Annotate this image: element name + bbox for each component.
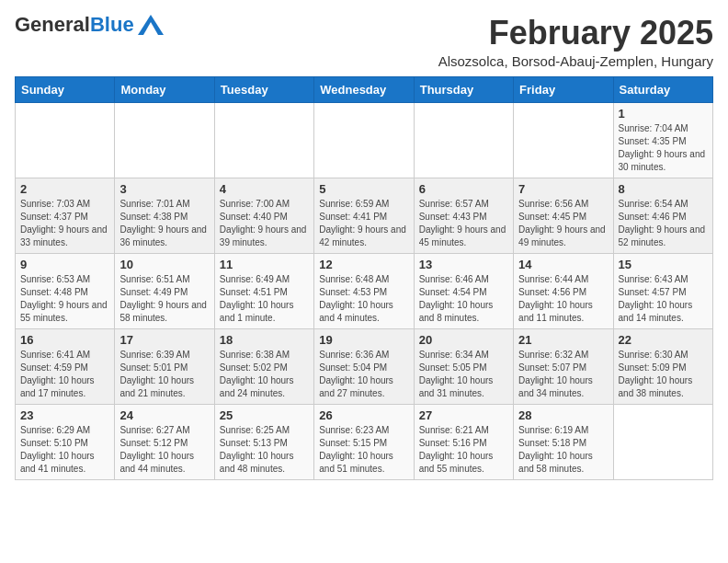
day-info: Sunrise: 6:56 AM Sunset: 4:45 PM Dayligh… [518,198,608,249]
day-info: Sunrise: 6:46 AM Sunset: 4:54 PM Dayligh… [419,273,508,325]
day-number: 13 [419,258,508,271]
day-number: 14 [518,258,608,271]
day-info: Sunrise: 6:59 AM Sunset: 4:41 PM Dayligh… [319,198,408,249]
calendar-cell: 13Sunrise: 6:46 AM Sunset: 4:54 PM Dayli… [414,253,513,328]
calendar-cell: 23Sunrise: 6:29 AM Sunset: 5:10 PM Dayli… [16,404,115,479]
calendar-cell: 8Sunrise: 6:54 AM Sunset: 4:46 PM Daylig… [613,178,712,253]
day-number: 1 [619,107,708,121]
day-number: 27 [419,408,508,422]
calendar-cell: 9Sunrise: 6:53 AM Sunset: 4:48 PM Daylig… [16,253,115,328]
title-block: February 2025 Alsozsolca, Borsod-Abauj-Z… [438,15,713,69]
day-info: Sunrise: 7:00 AM Sunset: 4:40 PM Dayligh… [220,198,309,249]
calendar-cell: 14Sunrise: 6:44 AM Sunset: 4:56 PM Dayli… [514,253,613,328]
day-number: 7 [518,182,608,196]
day-info: Sunrise: 7:01 AM Sunset: 4:38 PM Dayligh… [119,198,209,249]
logo-icon [138,15,164,35]
weekday-header-wednesday: Wednesday [314,76,414,102]
calendar-cell: 1Sunrise: 7:04 AM Sunset: 4:35 PM Daylig… [613,102,712,178]
weekday-header-saturday: Saturday [613,76,712,102]
calendar-cell [115,102,214,178]
calendar-cell: 16Sunrise: 6:41 AM Sunset: 4:59 PM Dayli… [16,328,115,404]
day-info: Sunrise: 6:25 AM Sunset: 5:13 PM Dayligh… [220,424,309,476]
calendar-cell: 24Sunrise: 6:27 AM Sunset: 5:12 PM Dayli… [115,404,214,479]
day-info: Sunrise: 6:41 AM Sunset: 4:59 PM Dayligh… [20,349,109,400]
weekday-header-friday: Friday [514,76,613,102]
day-number: 22 [619,333,708,347]
weekday-header-thursday: Thursday [414,76,513,102]
day-info: Sunrise: 6:19 AM Sunset: 5:18 PM Dayligh… [518,424,608,476]
day-number: 25 [220,408,309,422]
calendar-cell [613,404,712,479]
calendar-cell: 21Sunrise: 6:32 AM Sunset: 5:07 PM Dayli… [514,328,613,404]
calendar-cell [214,102,313,178]
calendar-week-1: 1Sunrise: 7:04 AM Sunset: 4:35 PM Daylig… [16,102,713,178]
weekday-header-monday: Monday [115,76,214,102]
calendar-cell [16,102,115,178]
calendar-week-5: 23Sunrise: 6:29 AM Sunset: 5:10 PM Dayli… [16,404,713,479]
calendar-cell: 3Sunrise: 7:01 AM Sunset: 4:38 PM Daylig… [115,178,214,253]
calendar-cell: 4Sunrise: 7:00 AM Sunset: 4:40 PM Daylig… [214,178,313,253]
calendar-week-3: 9Sunrise: 6:53 AM Sunset: 4:48 PM Daylig… [16,253,713,328]
calendar-cell: 17Sunrise: 6:39 AM Sunset: 5:01 PM Dayli… [115,328,214,404]
day-info: Sunrise: 6:49 AM Sunset: 4:51 PM Dayligh… [220,273,309,325]
logo: GeneralBlue [15,15,164,35]
calendar-week-4: 16Sunrise: 6:41 AM Sunset: 4:59 PM Dayli… [16,328,713,404]
day-info: Sunrise: 6:43 AM Sunset: 4:57 PM Dayligh… [619,273,708,325]
day-info: Sunrise: 6:32 AM Sunset: 5:07 PM Dayligh… [518,349,608,400]
day-info: Sunrise: 6:54 AM Sunset: 4:46 PM Dayligh… [619,198,708,249]
calendar-cell: 7Sunrise: 6:56 AM Sunset: 4:45 PM Daylig… [514,178,613,253]
calendar-cell: 25Sunrise: 6:25 AM Sunset: 5:13 PM Dayli… [214,404,313,479]
day-number: 26 [319,408,408,422]
day-number: 17 [119,333,209,347]
day-info: Sunrise: 6:34 AM Sunset: 5:05 PM Dayligh… [419,349,508,400]
month-year-title: February 2025 [438,15,713,52]
calendar-cell [314,102,414,178]
calendar-cell: 2Sunrise: 7:03 AM Sunset: 4:37 PM Daylig… [16,178,115,253]
calendar-cell: 26Sunrise: 6:23 AM Sunset: 5:15 PM Dayli… [314,404,414,479]
page-header: GeneralBlue February 2025 Alsozsolca, Bo… [15,15,713,69]
day-info: Sunrise: 6:29 AM Sunset: 5:10 PM Dayligh… [20,424,109,476]
weekday-header-row: SundayMondayTuesdayWednesdayThursdayFrid… [16,76,713,102]
day-info: Sunrise: 7:03 AM Sunset: 4:37 PM Dayligh… [20,198,109,249]
calendar-cell: 20Sunrise: 6:34 AM Sunset: 5:05 PM Dayli… [414,328,513,404]
day-number: 18 [220,333,309,347]
calendar-cell: 5Sunrise: 6:59 AM Sunset: 4:41 PM Daylig… [314,178,414,253]
day-number: 6 [419,182,508,196]
calendar-cell: 12Sunrise: 6:48 AM Sunset: 4:53 PM Dayli… [314,253,414,328]
day-info: Sunrise: 6:48 AM Sunset: 4:53 PM Dayligh… [319,273,408,325]
day-info: Sunrise: 6:36 AM Sunset: 5:04 PM Dayligh… [319,349,408,400]
logo-text: GeneralBlue [15,15,134,35]
day-info: Sunrise: 6:21 AM Sunset: 5:16 PM Dayligh… [419,424,508,476]
day-info: Sunrise: 6:23 AM Sunset: 5:15 PM Dayligh… [319,424,408,476]
day-info: Sunrise: 6:57 AM Sunset: 4:43 PM Dayligh… [419,198,508,249]
weekday-header-tuesday: Tuesday [214,76,313,102]
day-number: 20 [419,333,508,347]
calendar-cell [414,102,513,178]
day-number: 8 [619,182,708,196]
day-info: Sunrise: 6:30 AM Sunset: 5:09 PM Dayligh… [619,349,708,400]
day-info: Sunrise: 6:27 AM Sunset: 5:12 PM Dayligh… [119,424,209,476]
logo-general: General [15,13,90,36]
calendar-cell: 6Sunrise: 6:57 AM Sunset: 4:43 PM Daylig… [414,178,513,253]
calendar-cell: 15Sunrise: 6:43 AM Sunset: 4:57 PM Dayli… [613,253,712,328]
day-number: 16 [20,333,109,347]
calendar-cell [514,102,613,178]
day-info: Sunrise: 6:53 AM Sunset: 4:48 PM Dayligh… [20,273,109,325]
calendar-cell: 28Sunrise: 6:19 AM Sunset: 5:18 PM Dayli… [514,404,613,479]
day-number: 28 [518,408,608,422]
day-number: 24 [119,408,209,422]
day-number: 11 [220,258,309,271]
day-number: 10 [119,258,209,271]
weekday-header-sunday: Sunday [16,76,115,102]
calendar-cell: 27Sunrise: 6:21 AM Sunset: 5:16 PM Dayli… [414,404,513,479]
logo-blue: Blue [90,13,134,36]
day-number: 19 [319,333,408,347]
location-subtitle: Alsozsolca, Borsod-Abauj-Zemplen, Hungar… [438,53,713,69]
day-number: 3 [119,182,209,196]
calendar-week-2: 2Sunrise: 7:03 AM Sunset: 4:37 PM Daylig… [16,178,713,253]
day-number: 5 [319,182,408,196]
calendar-cell: 19Sunrise: 6:36 AM Sunset: 5:04 PM Dayli… [314,328,414,404]
day-number: 23 [20,408,109,422]
day-number: 15 [619,258,708,271]
day-number: 2 [20,182,109,196]
